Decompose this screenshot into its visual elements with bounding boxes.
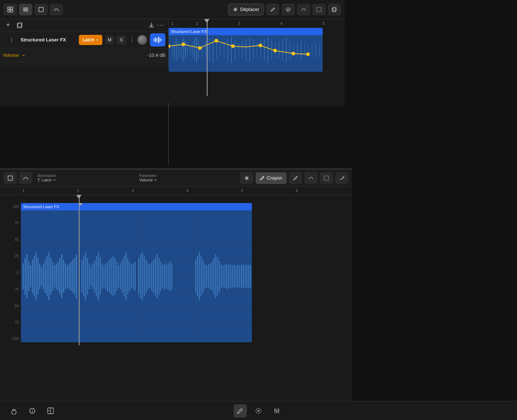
svg-point-8: [286, 8, 290, 11]
volume-knob[interactable]: [138, 35, 147, 45]
bottom-curve2-button[interactable]: [304, 172, 318, 184]
add-track-button[interactable]: +: [4, 21, 12, 30]
svg-rect-54: [271, 40, 272, 60]
svg-rect-53: [268, 37, 268, 63]
svg-rect-182: [221, 265, 222, 288]
bottom-loop-button[interactable]: [320, 172, 333, 184]
svg-rect-146: [131, 265, 132, 288]
track-dots[interactable]: ⋮: [129, 36, 135, 43]
solo-button[interactable]: S: [117, 36, 126, 44]
info-button[interactable]: [26, 404, 39, 417]
library-button[interactable]: [7, 404, 21, 417]
bottom-connect-button[interactable]: [335, 172, 348, 184]
svg-rect-148: [135, 262, 136, 291]
svg-rect-51: [260, 41, 261, 59]
svg-rect-161: [160, 262, 161, 291]
deplacer-button[interactable]: Déplacer: [228, 4, 264, 15]
svg-rect-178: [213, 258, 214, 295]
svg-rect-196: [246, 265, 247, 288]
svg-rect-2: [8, 10, 10, 12]
svg-rect-168: [195, 260, 196, 293]
svg-rect-127: [96, 256, 97, 296]
svg-rect-210: [274, 410, 276, 410]
playhead-line: [207, 19, 208, 96]
region-label: Structured Laser FX: [171, 29, 207, 34]
svg-rect-50: [257, 43, 257, 56]
svg-rect-4: [23, 8, 28, 8]
bottom-timeline: 1 2 3 4 5 6: [0, 187, 352, 195]
y-label-neg100: -100: [0, 337, 21, 341]
svg-rect-40: [220, 43, 221, 56]
copy-tool-button[interactable]: [328, 4, 341, 15]
automation-chevron-icon: [53, 178, 56, 181]
param-chevron-icon: [154, 178, 157, 181]
bottom-marker-5: 5: [241, 189, 296, 193]
svg-rect-171: [201, 256, 202, 296]
svg-rect-113: [67, 265, 68, 287]
svg-rect-98: [39, 264, 40, 289]
y-label-100: 100: [0, 205, 21, 209]
param-info: Paramètre Volume: [139, 174, 157, 182]
svg-rect-120: [83, 256, 84, 296]
grid-view-button[interactable]: [4, 4, 17, 15]
svg-rect-169: [197, 256, 198, 296]
mute-button[interactable]: M: [105, 36, 114, 44]
crayon-button[interactable]: Crayon: [256, 172, 287, 184]
volume-automation-label[interactable]: Volume: [3, 52, 19, 58]
latch-button[interactable]: Latch: [79, 35, 102, 45]
bottom-rect-button[interactable]: [4, 172, 17, 184]
panels-button[interactable]: [44, 404, 57, 417]
curve-tool-button[interactable]: [297, 4, 310, 15]
bottom-toolbar: Automation T: Latch Paramètre Volume: [0, 169, 352, 187]
top-section: Déplacer: [0, 0, 345, 106]
mixer-button[interactable]: [270, 404, 283, 417]
pen-tool-button[interactable]: [266, 4, 279, 15]
svg-rect-114: [69, 264, 70, 289]
svg-rect-160: [158, 258, 160, 295]
svg-rect-7: [39, 7, 43, 12]
svg-rect-25: [182, 40, 182, 60]
waveform-icon-button[interactable]: [150, 33, 165, 47]
svg-rect-167: [171, 264, 172, 289]
svg-rect-97: [37, 258, 38, 295]
svg-rect-175: [208, 265, 209, 288]
volume-value: -10.4 dB: [147, 52, 165, 58]
duplicate-track-button[interactable]: [15, 21, 25, 30]
svg-rect-163: [164, 264, 165, 289]
svg-rect-104: [50, 258, 51, 295]
svg-rect-188: [232, 265, 233, 287]
svg-rect-184: [224, 265, 225, 288]
curve-view-button[interactable]: [50, 4, 63, 15]
y-label-50: 50: [0, 237, 21, 242]
svg-rect-131: [103, 265, 104, 287]
svg-rect-157: [153, 260, 154, 293]
display-settings-button[interactable]: [252, 404, 265, 417]
bottom-marker-4: 4: [187, 189, 241, 193]
marker-tool-button[interactable]: [282, 4, 295, 15]
svg-rect-191: [237, 265, 238, 288]
svg-rect-64: [308, 45, 309, 55]
cursor-line: [168, 103, 169, 165]
rect-view-button[interactable]: [34, 4, 48, 15]
svg-rect-172: [202, 260, 203, 293]
svg-point-201: [32, 409, 33, 410]
more-options-button[interactable]: ···: [157, 21, 165, 29]
bottom-curve-button[interactable]: [19, 172, 32, 184]
bottom-waveform: [21, 210, 252, 342]
svg-rect-149: [138, 258, 139, 295]
download-button[interactable]: [148, 22, 155, 29]
svg-rect-44: [235, 40, 235, 60]
bottom-move-button[interactable]: [240, 172, 253, 184]
svg-rect-194: [243, 265, 244, 288]
loop-tool-button[interactable]: [312, 4, 326, 15]
list-view-button[interactable]: [19, 4, 32, 15]
svg-rect-145: [129, 262, 130, 291]
bottom-pen-button[interactable]: [289, 172, 302, 184]
y-axis: 100 75 50 25 0 -25 -50 -75 -100: [0, 203, 21, 342]
svg-rect-166: [169, 262, 170, 291]
svg-rect-197: [248, 265, 249, 288]
svg-rect-132: [105, 264, 106, 289]
svg-rect-92: [28, 262, 29, 291]
svg-rect-159: [157, 254, 158, 298]
pencil-edit-button[interactable]: [234, 404, 247, 417]
